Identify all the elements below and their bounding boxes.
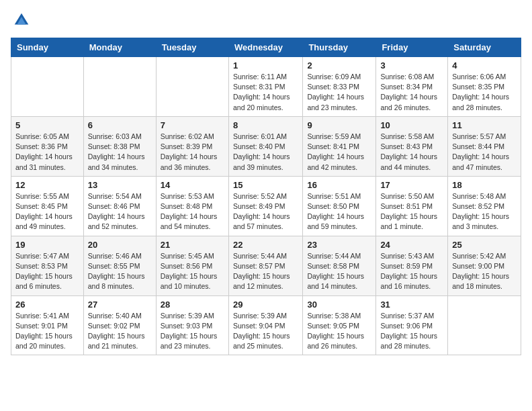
calendar-cell: 23Sunrise: 5:44 AM Sunset: 8:58 PM Dayli… bbox=[303, 236, 376, 295]
logo bbox=[11, 11, 31, 30]
calendar-header-monday: Monday bbox=[83, 38, 156, 57]
day-info: Sunrise: 6:01 AM Sunset: 8:40 PM Dayligh… bbox=[233, 132, 298, 173]
calendar-cell: 30Sunrise: 5:38 AM Sunset: 9:05 PM Dayli… bbox=[303, 295, 376, 355]
day-info: Sunrise: 5:47 AM Sunset: 8:53 PM Dayligh… bbox=[15, 251, 79, 292]
calendar-header-thursday: Thursday bbox=[303, 38, 376, 57]
logo-icon bbox=[12, 11, 31, 30]
calendar-cell: 24Sunrise: 5:43 AM Sunset: 8:59 PM Dayli… bbox=[376, 236, 448, 295]
day-number: 9 bbox=[307, 120, 371, 130]
day-info: Sunrise: 6:03 AM Sunset: 8:38 PM Dayligh… bbox=[88, 132, 152, 173]
calendar-cell: 18Sunrise: 5:48 AM Sunset: 8:52 PM Dayli… bbox=[448, 176, 521, 236]
day-number: 18 bbox=[452, 180, 517, 190]
calendar-cell: 13Sunrise: 5:54 AM Sunset: 8:46 PM Dayli… bbox=[83, 176, 156, 236]
day-info: Sunrise: 6:08 AM Sunset: 8:34 PM Dayligh… bbox=[380, 72, 443, 113]
day-number: 6 bbox=[88, 120, 152, 130]
calendar-cell: 19Sunrise: 5:47 AM Sunset: 8:53 PM Dayli… bbox=[11, 236, 84, 295]
day-number: 5 bbox=[15, 120, 79, 130]
calendar-cell: 9Sunrise: 5:59 AM Sunset: 8:41 PM Daylig… bbox=[303, 116, 376, 176]
calendar-cell: 26Sunrise: 5:41 AM Sunset: 9:01 PM Dayli… bbox=[11, 295, 84, 355]
day-info: Sunrise: 5:39 AM Sunset: 9:04 PM Dayligh… bbox=[233, 311, 298, 352]
day-number: 8 bbox=[233, 120, 298, 130]
day-info: Sunrise: 6:06 AM Sunset: 8:35 PM Dayligh… bbox=[452, 72, 517, 113]
day-info: Sunrise: 5:52 AM Sunset: 8:49 PM Dayligh… bbox=[233, 191, 298, 232]
day-number: 19 bbox=[15, 240, 79, 250]
calendar-week-row: 19Sunrise: 5:47 AM Sunset: 8:53 PM Dayli… bbox=[11, 236, 521, 295]
calendar-week-row: 26Sunrise: 5:41 AM Sunset: 9:01 PM Dayli… bbox=[11, 295, 521, 355]
day-info: Sunrise: 5:54 AM Sunset: 8:46 PM Dayligh… bbox=[88, 191, 152, 232]
calendar-cell bbox=[11, 57, 84, 117]
day-info: Sunrise: 5:41 AM Sunset: 9:01 PM Dayligh… bbox=[15, 311, 79, 352]
calendar-cell: 1Sunrise: 6:11 AM Sunset: 8:31 PM Daylig… bbox=[228, 57, 302, 117]
day-number: 10 bbox=[380, 120, 443, 130]
calendar-header-friday: Friday bbox=[376, 38, 448, 57]
day-info: Sunrise: 6:05 AM Sunset: 8:36 PM Dayligh… bbox=[15, 132, 79, 173]
day-info: Sunrise: 6:09 AM Sunset: 8:33 PM Dayligh… bbox=[307, 72, 371, 113]
day-number: 27 bbox=[88, 300, 152, 310]
day-info: Sunrise: 5:59 AM Sunset: 8:41 PM Dayligh… bbox=[307, 132, 371, 173]
calendar-cell: 28Sunrise: 5:39 AM Sunset: 9:03 PM Dayli… bbox=[156, 295, 228, 355]
day-info: Sunrise: 5:45 AM Sunset: 8:56 PM Dayligh… bbox=[161, 251, 224, 292]
day-info: Sunrise: 5:48 AM Sunset: 8:52 PM Dayligh… bbox=[452, 191, 517, 232]
calendar-cell: 17Sunrise: 5:50 AM Sunset: 8:51 PM Dayli… bbox=[376, 176, 448, 236]
calendar-cell: 3Sunrise: 6:08 AM Sunset: 8:34 PM Daylig… bbox=[376, 57, 448, 117]
day-info: Sunrise: 5:44 AM Sunset: 8:58 PM Dayligh… bbox=[307, 251, 371, 292]
calendar-cell: 21Sunrise: 5:45 AM Sunset: 8:56 PM Dayli… bbox=[156, 236, 228, 295]
day-info: Sunrise: 5:53 AM Sunset: 8:48 PM Dayligh… bbox=[161, 191, 224, 232]
calendar-cell: 16Sunrise: 5:51 AM Sunset: 8:50 PM Dayli… bbox=[303, 176, 376, 236]
calendar-cell: 10Sunrise: 5:58 AM Sunset: 8:43 PM Dayli… bbox=[376, 116, 448, 176]
calendar-cell: 31Sunrise: 5:37 AM Sunset: 9:06 PM Dayli… bbox=[376, 295, 448, 355]
day-number: 15 bbox=[233, 180, 298, 190]
day-number: 24 bbox=[380, 240, 443, 250]
calendar-header-tuesday: Tuesday bbox=[156, 38, 228, 57]
day-info: Sunrise: 5:37 AM Sunset: 9:06 PM Dayligh… bbox=[380, 311, 443, 352]
calendar-cell bbox=[448, 295, 521, 355]
day-number: 20 bbox=[88, 240, 152, 250]
day-info: Sunrise: 5:57 AM Sunset: 8:44 PM Dayligh… bbox=[452, 132, 517, 173]
day-info: Sunrise: 5:42 AM Sunset: 9:00 PM Dayligh… bbox=[452, 251, 517, 292]
calendar-cell: 2Sunrise: 6:09 AM Sunset: 8:33 PM Daylig… bbox=[303, 57, 376, 117]
calendar-table: SundayMondayTuesdayWednesdayThursdayFrid… bbox=[11, 38, 521, 355]
day-number: 7 bbox=[161, 120, 224, 130]
calendar-cell: 29Sunrise: 5:39 AM Sunset: 9:04 PM Dayli… bbox=[228, 295, 302, 355]
day-info: Sunrise: 5:44 AM Sunset: 8:57 PM Dayligh… bbox=[233, 251, 298, 292]
day-number: 14 bbox=[161, 180, 224, 190]
day-number: 4 bbox=[452, 60, 517, 71]
calendar-cell: 27Sunrise: 5:40 AM Sunset: 9:02 PM Dayli… bbox=[83, 295, 156, 355]
page-header bbox=[11, 11, 521, 30]
calendar-cell: 8Sunrise: 6:01 AM Sunset: 8:40 PM Daylig… bbox=[228, 116, 302, 176]
day-number: 12 bbox=[15, 180, 79, 190]
day-number: 13 bbox=[88, 180, 152, 190]
calendar-header-wednesday: Wednesday bbox=[228, 38, 302, 57]
day-number: 25 bbox=[452, 240, 517, 250]
day-info: Sunrise: 5:55 AM Sunset: 8:45 PM Dayligh… bbox=[15, 191, 79, 232]
day-info: Sunrise: 6:02 AM Sunset: 8:39 PM Dayligh… bbox=[161, 132, 224, 173]
day-info: Sunrise: 5:38 AM Sunset: 9:05 PM Dayligh… bbox=[307, 311, 371, 352]
calendar-header-sunday: Sunday bbox=[11, 38, 84, 57]
day-info: Sunrise: 6:11 AM Sunset: 8:31 PM Dayligh… bbox=[233, 72, 298, 113]
calendar-cell: 11Sunrise: 5:57 AM Sunset: 8:44 PM Dayli… bbox=[448, 116, 521, 176]
calendar-cell: 4Sunrise: 6:06 AM Sunset: 8:35 PM Daylig… bbox=[448, 57, 521, 117]
day-number: 28 bbox=[161, 300, 224, 310]
day-info: Sunrise: 5:58 AM Sunset: 8:43 PM Dayligh… bbox=[380, 132, 443, 173]
day-number: 29 bbox=[233, 300, 298, 310]
calendar-week-row: 12Sunrise: 5:55 AM Sunset: 8:45 PM Dayli… bbox=[11, 176, 521, 236]
day-number: 23 bbox=[307, 240, 371, 250]
day-number: 2 bbox=[307, 60, 371, 71]
calendar-cell: 25Sunrise: 5:42 AM Sunset: 9:00 PM Dayli… bbox=[448, 236, 521, 295]
day-info: Sunrise: 5:51 AM Sunset: 8:50 PM Dayligh… bbox=[307, 191, 371, 232]
calendar-cell: 15Sunrise: 5:52 AM Sunset: 8:49 PM Dayli… bbox=[228, 176, 302, 236]
calendar-header-row: SundayMondayTuesdayWednesdayThursdayFrid… bbox=[11, 38, 521, 57]
day-number: 17 bbox=[380, 180, 443, 190]
day-info: Sunrise: 5:40 AM Sunset: 9:02 PM Dayligh… bbox=[88, 311, 152, 352]
calendar-cell: 5Sunrise: 6:05 AM Sunset: 8:36 PM Daylig… bbox=[11, 116, 84, 176]
calendar-week-row: 1Sunrise: 6:11 AM Sunset: 8:31 PM Daylig… bbox=[11, 57, 521, 117]
calendar-cell: 6Sunrise: 6:03 AM Sunset: 8:38 PM Daylig… bbox=[83, 116, 156, 176]
calendar-cell bbox=[83, 57, 156, 117]
calendar-cell: 20Sunrise: 5:46 AM Sunset: 8:55 PM Dayli… bbox=[83, 236, 156, 295]
day-number: 22 bbox=[233, 240, 298, 250]
day-number: 31 bbox=[380, 300, 443, 310]
calendar-cell bbox=[156, 57, 228, 117]
day-number: 21 bbox=[161, 240, 224, 250]
day-info: Sunrise: 5:50 AM Sunset: 8:51 PM Dayligh… bbox=[380, 191, 443, 232]
day-number: 1 bbox=[233, 60, 298, 71]
